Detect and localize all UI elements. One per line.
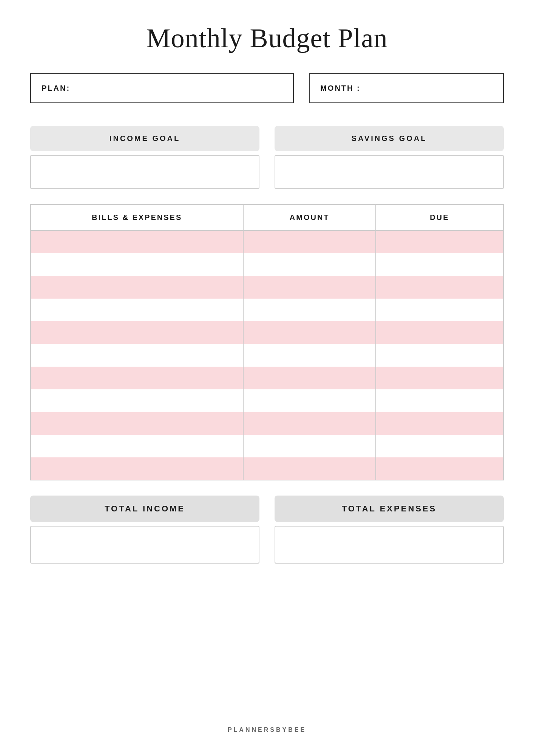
- plan-field[interactable]: PLAN:: [30, 73, 294, 103]
- due-cell[interactable]: [376, 412, 503, 435]
- due-cell[interactable]: [376, 253, 503, 276]
- table-row[interactable]: [31, 367, 503, 389]
- col-due-header: DUE: [376, 204, 503, 231]
- due-cell[interactable]: [376, 231, 503, 253]
- bills-cell[interactable]: [31, 367, 243, 389]
- bills-cell[interactable]: [31, 389, 243, 412]
- total-income-label: TOTAL INCOME: [105, 504, 185, 513]
- amount-cell[interactable]: [243, 367, 376, 389]
- table-row[interactable]: [31, 299, 503, 321]
- amount-cell[interactable]: [243, 389, 376, 412]
- due-cell[interactable]: [376, 321, 503, 344]
- savings-goal-label: SAVINGS GOAL: [352, 134, 427, 143]
- due-cell[interactable]: [376, 276, 503, 299]
- totals-header-row: TOTAL INCOME TOTAL EXPENSES: [30, 496, 504, 522]
- table-row[interactable]: [31, 344, 503, 367]
- amount-cell[interactable]: [243, 321, 376, 344]
- table-row[interactable]: [31, 457, 503, 480]
- due-cell[interactable]: [376, 367, 503, 389]
- amount-cell[interactable]: [243, 412, 376, 435]
- bills-section: BILLS & EXPENSES AMOUNT DUE: [30, 204, 504, 480]
- plan-month-row: PLAN: MONTH :: [30, 73, 504, 103]
- table-row[interactable]: [31, 231, 503, 253]
- amount-cell[interactable]: [243, 435, 376, 457]
- table-row[interactable]: [31, 412, 503, 435]
- table-row[interactable]: [31, 435, 503, 457]
- due-cell[interactable]: [376, 389, 503, 412]
- due-cell[interactable]: [376, 435, 503, 457]
- income-goal-label: INCOME GOAL: [110, 134, 180, 143]
- bills-cell[interactable]: [31, 344, 243, 367]
- income-goal-header: INCOME GOAL: [30, 126, 259, 151]
- month-field[interactable]: MONTH :: [309, 73, 504, 103]
- total-expenses-header: TOTAL EXPENSES: [275, 496, 504, 522]
- bills-cell[interactable]: [31, 412, 243, 435]
- savings-goal-header: SAVINGS GOAL: [275, 126, 504, 151]
- plan-label: PLAN:: [42, 84, 70, 93]
- due-cell[interactable]: [376, 457, 503, 480]
- bills-cell[interactable]: [31, 435, 243, 457]
- totals-input-row: [30, 526, 504, 564]
- due-cell[interactable]: [376, 299, 503, 321]
- bills-cell[interactable]: [31, 276, 243, 299]
- income-goal-input[interactable]: [30, 155, 259, 189]
- footer-text: PLANNERSBYBEE: [228, 727, 306, 733]
- due-cell[interactable]: [376, 344, 503, 367]
- table-row[interactable]: [31, 276, 503, 299]
- amount-cell[interactable]: [243, 344, 376, 367]
- table-header-row: BILLS & EXPENSES AMOUNT DUE: [31, 204, 503, 231]
- col-amount-header: AMOUNT: [243, 204, 376, 231]
- bills-cell[interactable]: [31, 457, 243, 480]
- footer: PLANNERSBYBEE: [228, 715, 306, 733]
- bills-cell[interactable]: [31, 299, 243, 321]
- table-row[interactable]: [31, 253, 503, 276]
- table-row[interactable]: [31, 389, 503, 412]
- col-bills-header: BILLS & EXPENSES: [31, 204, 243, 231]
- bills-cell[interactable]: [31, 321, 243, 344]
- total-expenses-label: TOTAL EXPENSES: [342, 504, 437, 513]
- totals-section: TOTAL INCOME TOTAL EXPENSES: [30, 496, 504, 564]
- goals-section: INCOME GOAL SAVINGS GOAL: [30, 126, 504, 189]
- total-income-input[interactable]: [30, 526, 259, 564]
- amount-cell[interactable]: [243, 299, 376, 321]
- amount-cell[interactable]: [243, 276, 376, 299]
- page-title: Monthly Budget Plan: [146, 23, 387, 54]
- total-expenses-input[interactable]: [275, 526, 504, 564]
- month-label: MONTH :: [320, 84, 361, 93]
- bills-cell[interactable]: [31, 253, 243, 276]
- amount-cell[interactable]: [243, 457, 376, 480]
- goals-header-row: INCOME GOAL SAVINGS GOAL: [30, 126, 504, 151]
- budget-page: Monthly Budget Plan PLAN: MONTH : INCOME…: [0, 0, 534, 756]
- bills-cell[interactable]: [31, 231, 243, 253]
- table-row[interactable]: [31, 321, 503, 344]
- amount-cell[interactable]: [243, 253, 376, 276]
- goals-input-row: [30, 155, 504, 189]
- bills-table: BILLS & EXPENSES AMOUNT DUE: [30, 204, 504, 480]
- savings-goal-input[interactable]: [275, 155, 504, 189]
- amount-cell[interactable]: [243, 231, 376, 253]
- total-income-header: TOTAL INCOME: [30, 496, 259, 522]
